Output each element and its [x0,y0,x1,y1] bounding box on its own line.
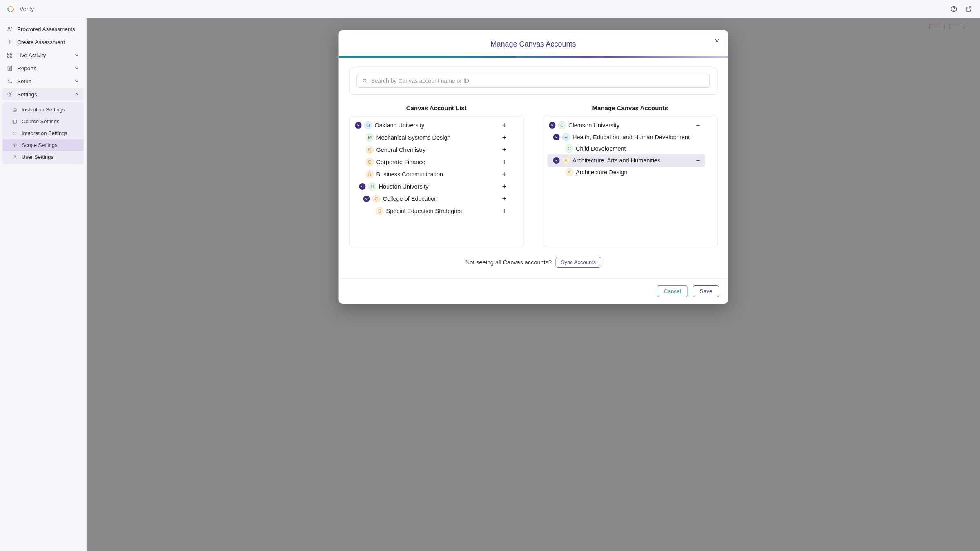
tree-row-name: Child Development [576,145,703,152]
tree-row[interactable]: CChild Development [547,143,705,154]
add-icon[interactable]: + [500,133,509,142]
sidebar: Proctored Assessments Create Assessment … [0,18,87,551]
canvas-account-list-box[interactable]: OOakland University+MMechanical Systems … [349,116,524,247]
remove-icon[interactable]: − [694,121,703,130]
add-icon[interactable]: + [500,145,509,154]
sidebar-item-reports[interactable]: Reports [2,62,84,74]
save-button[interactable]: Save [693,285,719,297]
tree-row[interactable]: MMechanical Systems Design+ [354,131,512,144]
account-badge: G [366,146,374,154]
add-icon[interactable]: + [500,170,509,179]
tree-row[interactable]: CClemson University− [547,119,705,131]
manage-accounts-column: Manage Canvas Accounts CClemson Universi… [543,102,718,247]
scope-icon [11,142,18,148]
modal-header: Manage Canvas Accounts [339,30,728,56]
modal-title: Manage Canvas Accounts [347,40,720,49]
svg-rect-9 [10,56,12,57]
sidebar-item-create-assessment[interactable]: Create Assessment [2,36,84,48]
sidebar-item-label: Reports [17,65,70,71]
svg-rect-14 [13,120,16,123]
sidebar-item-settings[interactable]: Settings [2,88,84,100]
external-link-icon[interactable] [963,3,974,15]
tree-row[interactable]: HHealth, Education, and Human Developmen… [547,131,705,143]
svg-point-13 [9,93,11,95]
tree-row[interactable]: AArchitecture Design [547,167,705,178]
expand-caret-icon[interactable] [363,196,370,202]
expand-caret-icon[interactable] [549,122,555,129]
modal-footer: Cancel Save [339,278,728,304]
add-icon[interactable]: + [500,194,509,203]
search-input-wrap[interactable] [357,74,710,88]
tree-row-name: General Chemistry [376,147,498,153]
sidebar-item-label: Live Activity [17,52,70,58]
svg-rect-8 [8,56,9,57]
sidebar-item-label: Settings [17,91,70,98]
sidebar-item-live-activity[interactable]: Live Activity [2,49,84,61]
sidebar-item-setup[interactable]: Setup [2,75,84,87]
sidebar-item-proctored-assessments[interactable]: Proctored Assessments [2,23,84,35]
account-badge: B [366,170,374,178]
account-badge: A [562,156,570,164]
search-card [349,67,718,95]
canvas-account-list-title: Canvas Account List [349,102,524,116]
expand-caret-icon[interactable] [359,183,366,190]
remove-icon[interactable]: − [694,156,703,165]
account-badge: H [368,182,376,191]
tree-row[interactable]: BBusiness Communication+ [354,168,512,180]
tree-row[interactable]: SSpecial Education Strategies+ [354,205,512,217]
sub-item-user-settings[interactable]: User Settings [2,151,84,163]
tree-row-name: Oakland University [375,122,498,129]
tree-row-name: College of Education [383,196,498,202]
search-input[interactable] [371,78,705,84]
account-badge: M [366,133,374,142]
add-icon[interactable]: + [500,158,509,167]
sub-item-integration-settings[interactable]: Integration Settings [2,127,84,139]
expand-caret-icon[interactable] [553,134,559,140]
integration-icon [11,130,18,136]
close-icon[interactable] [712,36,722,46]
user-icon [11,154,18,160]
add-icon[interactable]: + [500,121,509,130]
app-name: Verity [20,6,34,12]
tree-row[interactable]: OOakland University+ [354,119,512,131]
svg-point-5 [8,27,10,29]
chevron-down-icon [74,65,80,71]
app-brand: Verity [6,4,34,14]
account-badge: H [562,133,570,141]
sync-accounts-button[interactable]: Sync Accounts [556,257,601,268]
tree-row-name: Corporate Finance [376,159,498,165]
account-badge: A [565,168,573,176]
plus-icon [7,39,13,45]
svg-rect-6 [8,53,9,55]
tree-row[interactable]: CCorporate Finance+ [354,156,512,168]
svg-point-4 [953,10,954,10]
expand-caret-icon[interactable] [355,122,362,129]
tree-row[interactable]: AArchitecture, Arts and Humanities− [547,154,705,167]
sub-item-label: User Settings [22,154,53,160]
manage-accounts-box[interactable]: CClemson University−HHealth, Education, … [543,116,718,247]
add-icon[interactable]: + [500,207,509,216]
svg-point-12 [11,82,12,83]
sub-item-label: Scope Settings [22,142,57,148]
tree-row[interactable]: GGeneral Chemistry+ [354,144,512,156]
add-icon[interactable]: + [500,182,509,191]
svg-rect-7 [10,53,12,55]
sync-prompt: Not seeing all Canvas accounts? [466,259,552,266]
tree-row-name: Mechanical Systems Design [376,134,498,141]
tree-row[interactable]: CCollege of Education+ [354,193,512,205]
sub-item-institution-settings[interactable]: Institution Settings [2,104,84,116]
institution-icon [11,107,18,113]
tree-row-name: Houston University [379,183,498,190]
expand-caret-icon[interactable] [553,157,559,164]
proctored-icon [7,26,13,32]
tree-row-name: Architecture Design [576,169,703,176]
help-icon[interactable] [948,3,960,15]
account-badge: C [565,144,573,153]
cancel-button[interactable]: Cancel [657,285,688,297]
sub-item-course-settings[interactable]: Course Settings [2,116,84,127]
tree-row[interactable]: HHouston University+ [354,180,512,193]
sidebar-item-label: Setup [17,78,70,84]
sub-item-scope-settings[interactable]: Scope Settings [2,139,84,151]
chevron-down-icon [74,52,80,58]
tree-row-name: Clemson University [568,122,691,129]
